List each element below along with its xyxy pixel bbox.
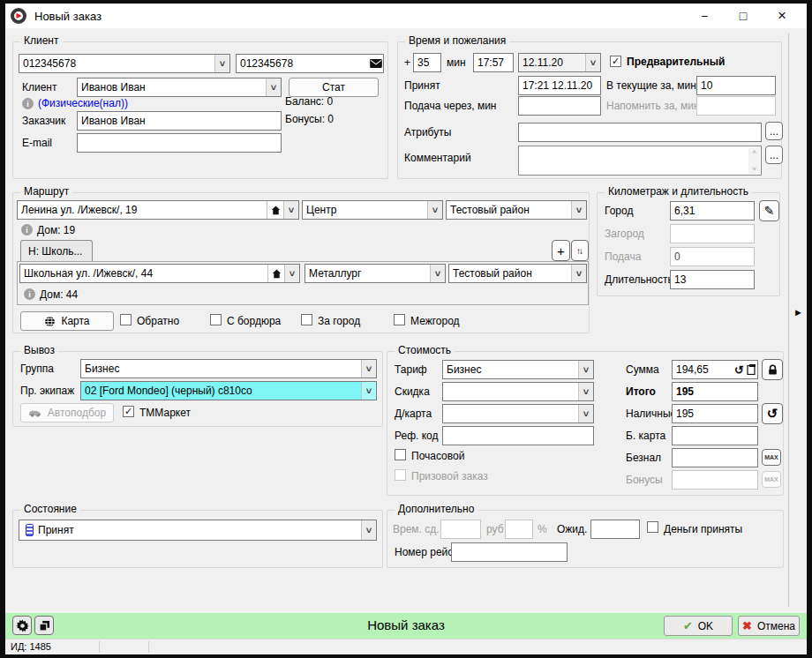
plus-minutes-input[interactable] <box>413 53 441 72</box>
chevron-down-icon[interactable]: ˅ <box>571 265 586 282</box>
crew-group-combobox[interactable]: Бизнес ˅ <box>80 359 377 378</box>
maximize-button[interactable]: □ <box>724 4 763 28</box>
receipt-icon[interactable] <box>745 362 757 378</box>
return-checkbox[interactable] <box>120 314 132 325</box>
next-point-tab[interactable]: Н: Школь... <box>20 240 93 261</box>
state-combobox[interactable]: Принят ˅ <box>19 520 377 541</box>
expand-panel-arrow-icon[interactable]: ► <box>793 307 803 318</box>
chevron-down-icon[interactable]: ˅ <box>283 201 298 219</box>
chevron-down-icon[interactable]: ˅ <box>571 201 586 219</box>
ok-button[interactable]: ✔ OK <box>664 616 733 636</box>
chevron-down-icon[interactable]: ˅ <box>214 55 229 72</box>
chevron-down-icon[interactable]: ˅ <box>585 54 600 71</box>
add-point-button[interactable]: + <box>552 240 570 261</box>
preliminary-checkbox[interactable]: ✓ <box>610 56 621 67</box>
from-address-combobox[interactable]: Ленина ул. /Ижевск/, 19 ˅ <box>17 200 299 220</box>
bank-card-input[interactable] <box>672 426 758 445</box>
from-district-combobox[interactable]: Тестовый район ˅ <box>446 200 587 220</box>
reset-cash-button[interactable]: ↺ <box>762 403 783 424</box>
chevron-down-icon[interactable]: ˅ <box>361 382 376 400</box>
discount-card-combobox[interactable]: ˅ <box>442 404 594 423</box>
cancel-button[interactable]: ✖ Отмена <box>738 616 800 636</box>
home-icon[interactable] <box>267 265 284 282</box>
total-input[interactable] <box>672 382 758 401</box>
accepted-input[interactable] <box>518 76 601 95</box>
to-address-combobox[interactable]: Школьная ул. /Ижевск/, 44 ˅ <box>19 264 300 283</box>
curb-checkbox[interactable] <box>210 314 222 325</box>
order-window: ▶ Новый заказ − □ × Клиент 012345678 ˅ К… <box>0 0 812 658</box>
chevron-down-icon[interactable]: ˅ <box>361 520 376 540</box>
home-icon[interactable] <box>267 201 283 219</box>
tmmarket-checkbox[interactable]: ✓ <box>123 406 134 417</box>
lock-sum-button[interactable] <box>762 359 783 380</box>
cashless-max-button[interactable]: MAX <box>762 449 781 466</box>
info-icon: i <box>24 288 35 300</box>
out-of-town-checkbox[interactable] <box>301 314 312 325</box>
car-icon <box>28 408 42 417</box>
comment-label: Комментарий <box>404 152 471 164</box>
assigned-crew-combobox[interactable]: 02 [Ford Mondeo] (черный) с810со ˅ <box>80 381 377 400</box>
attributes-input[interactable] <box>518 123 762 142</box>
side-panel-splitter[interactable] <box>788 34 789 607</box>
dialog-body: Клиент 012345678 ˅ Клиент Иванов Иван ˅ … <box>5 28 807 654</box>
to-district-combobox[interactable]: Тестовый район ˅ <box>448 264 587 283</box>
chevron-down-icon[interactable]: ˅ <box>284 265 299 282</box>
recalculate-icon[interactable]: ↺ <box>733 362 745 378</box>
to-current-input[interactable] <box>696 76 776 95</box>
comment-textarea[interactable]: ˄ ˅ <box>518 146 762 176</box>
client-name-combobox[interactable]: Иванов Иван ˅ <box>77 78 282 97</box>
edit-mileage-button[interactable]: ✎ <box>759 200 779 221</box>
waiting-input[interactable] <box>590 520 640 539</box>
to-zone-combobox[interactable]: Металлург ˅ <box>304 264 446 283</box>
chevron-down-icon[interactable]: ˅ <box>361 360 376 378</box>
minimize-button[interactable]: − <box>685 4 724 28</box>
phone-secondary-input[interactable] <box>237 57 369 70</box>
phone-secondary-field[interactable] <box>236 54 384 73</box>
chevron-down-icon[interactable]: ˅ <box>266 79 281 96</box>
stat-button[interactable]: Стат <box>289 78 379 97</box>
duration-input[interactable] <box>670 270 755 289</box>
scroll-down-icon[interactable]: ˅ <box>752 165 756 173</box>
email-input[interactable] <box>77 133 282 153</box>
client-category-link[interactable]: (Физические(нал)) <box>38 97 128 109</box>
tariff-combobox[interactable]: Бизнес ˅ <box>442 360 594 379</box>
map-button[interactable]: Карта <box>20 311 114 331</box>
sum-field[interactable]: ↺ <box>672 360 758 379</box>
feed-after-input[interactable] <box>518 96 601 116</box>
chevron-down-icon[interactable]: ˅ <box>578 383 593 400</box>
time-input[interactable] <box>473 53 514 72</box>
bank-card-label: Б. карта <box>626 430 665 442</box>
close-button[interactable]: × <box>763 4 801 28</box>
chevron-down-icon[interactable]: ˅ <box>430 265 445 282</box>
ref-code-input[interactable] <box>442 426 594 445</box>
chevron-down-icon[interactable]: ˅ <box>427 201 442 219</box>
city-km-input[interactable] <box>670 201 755 221</box>
customer-input[interactable] <box>77 111 282 131</box>
suburb-km-input <box>670 224 755 243</box>
chevron-down-icon[interactable]: ˅ <box>578 361 593 378</box>
scroll-up-icon[interactable]: ˄ <box>752 148 756 156</box>
money-accepted-checkbox[interactable] <box>647 521 658 533</box>
swap-points-button[interactable]: ↑↓ <box>571 240 589 261</box>
cash-input[interactable] <box>672 404 758 423</box>
bonuses-input <box>672 470 758 490</box>
title-bar: ▶ Новый заказ − □ × <box>5 4 807 28</box>
intercity-label: Межгород <box>410 315 460 327</box>
phone-combobox[interactable]: 012345678 ˅ <box>19 54 230 73</box>
date-combobox[interactable]: 12.11.20 ˅ <box>518 53 601 72</box>
discount-combobox[interactable]: ˅ <box>442 382 594 401</box>
envelope-icon[interactable] <box>369 56 383 71</box>
chevron-down-icon[interactable]: ˅ <box>578 405 593 422</box>
attributes-dots-button[interactable]: ... <box>765 122 783 140</box>
comment-dots-button[interactable]: ... <box>765 146 783 164</box>
intercity-checkbox[interactable] <box>394 314 405 325</box>
scrollbar[interactable]: ˄ ˅ <box>748 147 760 174</box>
waiting-label: Ожид. <box>557 523 587 535</box>
flight-number-input[interactable] <box>451 542 568 562</box>
from-zone-combobox[interactable]: Центр ˅ <box>302 200 443 220</box>
status-bar: ИД: 1485 <box>5 639 807 654</box>
sum-input[interactable] <box>673 363 733 376</box>
hourly-checkbox[interactable] <box>395 449 406 460</box>
route-group-label: Маршрут <box>20 185 72 198</box>
cashless-input[interactable] <box>672 448 758 467</box>
